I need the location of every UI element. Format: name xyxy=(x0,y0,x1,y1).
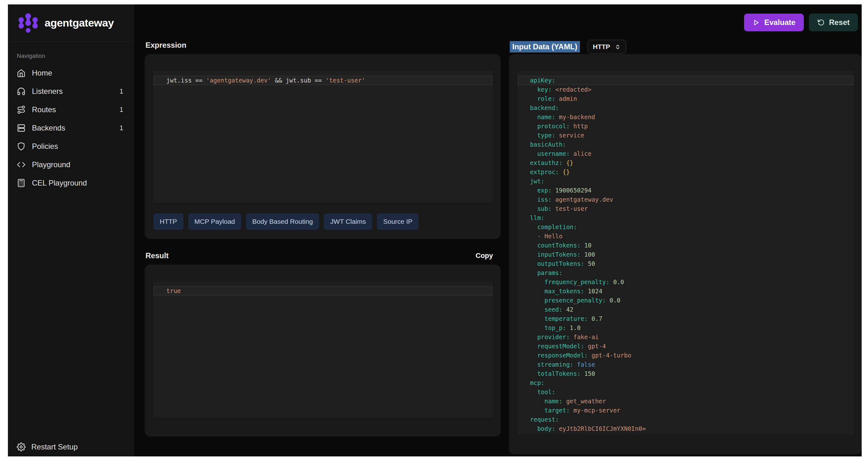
sidebar-item-routes[interactable]: Routes 1 xyxy=(17,101,125,119)
chevron-updown-icon xyxy=(615,44,621,50)
header-actions: Evaluate Reset xyxy=(744,13,858,31)
code-line: protocol: http xyxy=(518,122,854,131)
code-line: seed: 42 xyxy=(518,305,854,314)
expression-sample-chips: HTTP MCP Payload Body Based Routing JWT … xyxy=(153,213,418,230)
sidebar-nav: Navigation Home Listeners 1 Routes 1 Bac… xyxy=(8,42,133,192)
code-line: key: <redacted> xyxy=(518,85,854,94)
main-content: Evaluate Reset Expression jwt.iss == 'ag… xyxy=(134,4,862,456)
code-line: frequency_penalty: 0.0 xyxy=(518,277,854,287)
code-line: iss: agentgateway.dev xyxy=(518,195,854,204)
code-line: inputTokens: 100 xyxy=(518,250,854,259)
code-line: exp: 1900650294 xyxy=(518,186,854,195)
code-line: name: my-backend xyxy=(518,112,854,122)
expression-card: jwt.iss == 'agentgateway.dev' && jwt.sub… xyxy=(145,54,501,239)
sidebar-item-badge: 1 xyxy=(120,124,125,132)
result-header: Result Copy xyxy=(146,251,495,260)
expression-title: Expression xyxy=(146,41,186,49)
sidebar-item-badge: 1 xyxy=(120,87,125,95)
code-line: requestModel: gpt-4 xyxy=(518,342,854,351)
shield-icon xyxy=(17,142,26,151)
code-line: max_tokens: 1024 xyxy=(518,287,854,296)
code-line: target: my-mcp-server xyxy=(518,406,854,415)
code-line: body: eyJtb2RlbCI6ICJmYXN0In0= xyxy=(518,424,854,433)
code-line: backend: xyxy=(518,103,854,112)
input-type-value: HTTP xyxy=(593,43,610,51)
calculator-icon xyxy=(17,178,26,188)
sidebar-item-listeners[interactable]: Listeners 1 xyxy=(17,82,125,101)
sidebar-item-home[interactable]: Home xyxy=(17,64,125,82)
expression-column: Expression jwt.iss == 'agentgateway.dev'… xyxy=(145,4,501,456)
route-icon xyxy=(17,105,26,114)
sidebar-item-backends[interactable]: Backends 1 xyxy=(17,119,125,137)
sample-chip-body-based-routing[interactable]: Body Based Routing xyxy=(246,213,319,230)
sample-chip-mcp-payload[interactable]: MCP Payload xyxy=(188,213,241,230)
rotate-ccw-icon xyxy=(817,19,825,27)
sidebar-item-policies[interactable]: Policies xyxy=(17,137,125,156)
code-line: tool: xyxy=(518,388,854,397)
play-icon xyxy=(752,19,760,27)
restart-setup-button[interactable]: Restart Setup xyxy=(17,441,78,453)
code-line: - Hello xyxy=(518,232,854,241)
sidebar-item-playground[interactable]: Playground xyxy=(17,156,125,174)
input-data-column: Input Data (YAML) HTTP apiKey: key: <red… xyxy=(509,4,862,456)
sidebar-item-label: Routes xyxy=(32,105,56,114)
sample-chip-jwt-claims[interactable]: JWT Claims xyxy=(324,213,372,230)
yaml-editor[interactable]: apiKey: key: <redacted> role: adminbacke… xyxy=(518,71,854,434)
input-data-card: apiKey: key: <redacted> role: adminbacke… xyxy=(509,54,862,454)
code-line: type: service xyxy=(518,131,854,140)
brand-name: agentgateway xyxy=(44,17,114,29)
server-icon xyxy=(17,124,26,132)
code-line: jwt.iss == 'agentgateway.dev' && jwt.sub… xyxy=(154,76,492,85)
evaluate-button[interactable]: Evaluate xyxy=(744,13,804,31)
sample-chip-http[interactable]: HTTP xyxy=(153,213,183,230)
input-data-header: Input Data (YAML) HTTP xyxy=(510,40,626,54)
result-title: Result xyxy=(146,251,168,260)
brand-header[interactable]: agentgateway xyxy=(8,4,133,42)
code-line: llm: xyxy=(518,213,854,223)
nav-section-label: Navigation xyxy=(17,53,125,59)
code-line: username: alice xyxy=(518,149,854,158)
sidebar-item-label: Policies xyxy=(32,142,58,151)
copy-button[interactable]: Copy xyxy=(474,251,495,260)
sample-chip-source-ip[interactable]: Source IP xyxy=(377,213,418,230)
sidebar-item-label: CEL Playground xyxy=(32,178,87,188)
app-window: agentgateway Navigation Home Listeners 1… xyxy=(8,4,862,456)
code-line: extproc: {} xyxy=(518,168,854,177)
expression-editor[interactable]: jwt.iss == 'agentgateway.dev' && jwt.sub… xyxy=(153,71,493,203)
sidebar-item-badge: 1 xyxy=(120,106,125,114)
code-line: responseModel: gpt-4-turbo xyxy=(518,351,854,360)
code-line: jwt: xyxy=(518,177,854,186)
restart-setup-label: Restart Setup xyxy=(31,442,78,451)
input-type-select[interactable]: HTTP xyxy=(588,40,626,54)
sidebar-item-cel-playground[interactable]: CEL Playground xyxy=(17,174,125,192)
sidebar: agentgateway Navigation Home Listeners 1… xyxy=(8,4,134,456)
sidebar-item-label: Listeners xyxy=(32,87,63,96)
reset-button[interactable]: Reset xyxy=(809,13,858,31)
headphones-icon xyxy=(17,87,26,96)
code-line: temperature: 0.7 xyxy=(518,314,854,323)
input-data-title: Input Data (YAML) xyxy=(510,41,580,53)
sidebar-item-label: Home xyxy=(32,69,52,77)
code-line: sub: test-user xyxy=(518,204,854,213)
code-line: extauthz: {} xyxy=(518,158,854,168)
evaluate-label: Evaluate xyxy=(764,18,796,27)
agentgateway-logo-icon xyxy=(18,13,39,33)
code-line: true xyxy=(154,286,492,296)
sidebar-item-label: Playground xyxy=(32,160,70,169)
code-line: countTokens: 10 xyxy=(518,241,854,250)
code-line: totalTokens: 150 xyxy=(518,369,854,378)
code-line: role: admin xyxy=(518,94,854,103)
code-line: mcp: xyxy=(518,378,854,388)
code-line: provider: fake-ai xyxy=(518,333,854,342)
code-brackets-icon xyxy=(17,160,26,169)
home-icon xyxy=(17,69,26,77)
result-output: true xyxy=(153,281,493,418)
code-line: apiKey: xyxy=(518,76,854,85)
sidebar-item-label: Backends xyxy=(32,124,65,132)
result-card: true xyxy=(145,265,501,436)
code-line: params: xyxy=(518,268,854,277)
reset-label: Reset xyxy=(829,18,850,27)
code-line: name: get_weather xyxy=(518,397,854,406)
code-line: request: xyxy=(518,415,854,424)
gear-icon xyxy=(17,442,26,451)
